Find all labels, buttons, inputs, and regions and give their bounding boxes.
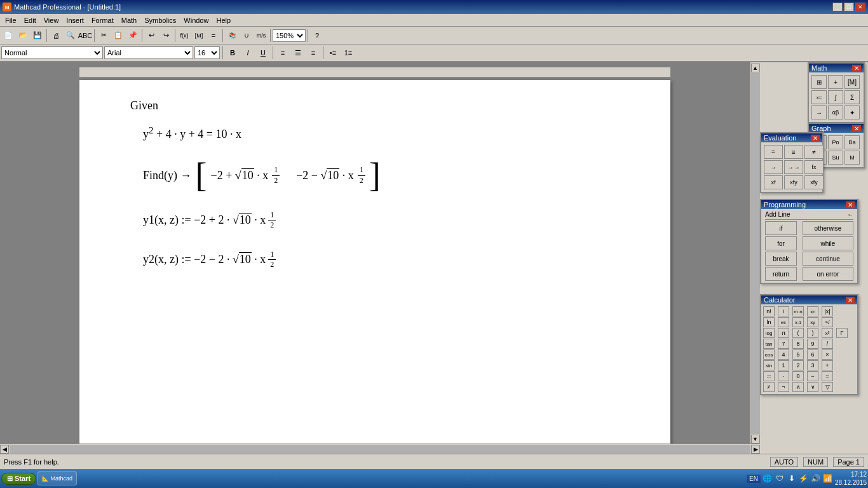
calc-btn-lparen[interactable]: ( [792,328,804,338]
calc-btn-5[interactable]: 5 [792,349,804,360]
calc-btn-mn[interactable]: m.n [792,306,804,316]
calc-btn-inv[interactable]: x-1 [792,317,804,327]
eval-btn-xfy[interactable]: xfy [784,175,803,189]
print-button[interactable]: 🖨 [49,29,63,43]
redo-button[interactable]: ↪ [159,29,173,43]
calc-btn-sq[interactable]: x² [822,328,833,338]
calc-btn-abs[interactable]: |x| [822,306,833,316]
italic-button[interactable]: I [241,46,255,59]
math-btn-sym[interactable]: ✦ [844,105,860,119]
scroll-left-button[interactable]: ◀ [0,445,9,454]
align-left-button[interactable]: ≡ [276,46,290,59]
save-button[interactable]: 💾 [31,29,44,43]
calc-btn-8[interactable]: 8 [792,339,804,349]
menu-edit[interactable]: Edit [20,16,40,25]
eval-btn-eq[interactable]: = [764,145,783,159]
math-btn-graph[interactable]: + [828,75,843,89]
font-select[interactable]: Arial [104,46,193,59]
bold-button[interactable]: B [226,46,240,59]
math-btn-greek[interactable]: αβ [828,105,843,119]
calc-btn-assign[interactable]: := [763,371,775,381]
calc-btn-factorial[interactable]: n! [763,306,775,316]
scroll-down-button[interactable]: ▼ [751,435,760,444]
size-select[interactable]: 16 [194,46,220,59]
zoom-select[interactable]: 150% 100% 75% 50% 200% [273,29,306,42]
maximize-button[interactable]: □ [844,3,854,11]
tray-icon-volume[interactable]: 🔊 [811,473,821,484]
menu-insert[interactable]: Insert [62,16,88,25]
equals-button[interactable]: = [207,29,220,43]
calc-btn-4[interactable]: 4 [778,349,789,360]
prog-panel-close[interactable]: ✕ [846,201,855,208]
graph-btn-polar[interactable]: Po [828,135,843,149]
insert-math-button[interactable]: f(x) [177,29,191,43]
calc-btn-add[interactable]: + [822,360,833,370]
calc-btn-ln[interactable]: ln [763,317,775,327]
spell-button[interactable]: ABC [78,29,92,43]
math-btn-matrix[interactable]: [M] [844,75,860,89]
cut-button[interactable]: ✂ [97,29,111,43]
calc-btn-neq[interactable]: ≠ [763,382,775,392]
calc-btn-2[interactable]: 2 [792,360,804,370]
calc-btn-nthroot[interactable]: ⁿ√ [822,317,833,327]
horizontal-scrollbar[interactable]: ◀ ▶ [0,444,760,454]
calc-btn-sin[interactable]: sin [763,360,775,370]
minimize-button[interactable]: _ [832,3,843,11]
calc-btn-div[interactable]: / [822,339,833,349]
insert-matrix-button[interactable]: [M] [192,29,206,43]
menu-help[interactable]: Help [212,16,234,25]
doc-area[interactable]: Given y2 + 4 · y + 4 = 10 · x F [0,62,750,444]
calc-btn-3[interactable]: 3 [807,360,818,370]
eval-panel-close[interactable]: ✕ [811,135,820,142]
eval-btn-def[interactable]: ≡ [784,145,803,159]
calc-btn-xn[interactable]: xn [807,306,818,316]
calc-btn-minus[interactable]: − [807,371,818,381]
math-btn-eval[interactable]: x= [811,90,827,104]
calc-btn-gamma[interactable]: Γ [836,328,848,338]
taskbar-app-mathcad[interactable]: 📐 Mathcad [37,471,77,485]
style-select[interactable]: Normal [1,46,103,59]
calc-panel-close[interactable]: ✕ [846,297,855,304]
eval-btn-xf[interactable]: xf [764,175,783,189]
scroll-right-button[interactable]: ▶ [751,445,760,454]
print-preview-button[interactable]: 🔍 [64,29,78,43]
calc-btn-6[interactable]: 6 [807,349,818,360]
graph-panel-close[interactable]: ✕ [852,125,861,132]
eval-btn-xfy2[interactable]: xfy [804,175,824,189]
menu-window[interactable]: Window [180,16,212,25]
math-btn-bool[interactable]: Σ [844,90,860,104]
calc-btn-0[interactable]: 0 [792,371,804,381]
menu-view[interactable]: View [40,16,63,25]
calc-btn-or[interactable]: ∨ [807,382,818,392]
underline-button[interactable]: U [256,46,270,59]
calc-btn-pi[interactable]: π [778,328,789,338]
calc-btn-pow[interactable]: xy [807,317,818,327]
copy-button[interactable]: 📋 [111,29,125,43]
menu-math[interactable]: Math [118,16,140,25]
graph-btn-bar[interactable]: Ba [844,135,860,149]
eval-btn-darrow[interactable]: →→ [784,160,803,174]
num-list-button[interactable]: 1≡ [341,46,355,59]
open-button[interactable]: 📂 [16,29,30,43]
calc-btn-cos[interactable]: cos [763,349,775,360]
vertical-scrollbar[interactable]: ▲ ▼ [750,62,760,444]
resource-button[interactable]: 📚 [225,29,239,43]
menu-symbolics[interactable]: Symbolics [140,16,180,25]
graph-btn-surf[interactable]: Su [828,151,843,165]
calc-btn-rparen[interactable]: ) [807,328,818,338]
calc-btn-log[interactable]: log [763,328,775,338]
paste-button[interactable]: 📌 [126,29,140,43]
close-button[interactable]: ✕ [855,3,865,11]
calc-btn-nabla[interactable]: ▽ [822,382,833,392]
units-button[interactable]: m/s [254,29,268,43]
scroll-up-button[interactable]: ▲ [751,64,760,72]
undo-button[interactable]: ↩ [144,29,158,43]
calc-btn-7[interactable]: 7 [778,339,789,349]
calc-btn-and[interactable]: ∧ [792,382,804,392]
calc-btn-tan[interactable]: tan [763,339,775,349]
align-right-button[interactable]: ≡ [306,46,320,59]
eval-btn-arrow[interactable]: → [764,160,783,174]
eval-btn-fx[interactable]: fx [804,160,824,174]
graph-btn-m[interactable]: M [844,151,860,165]
calc-btn-exp[interactable]: ex [778,317,789,327]
